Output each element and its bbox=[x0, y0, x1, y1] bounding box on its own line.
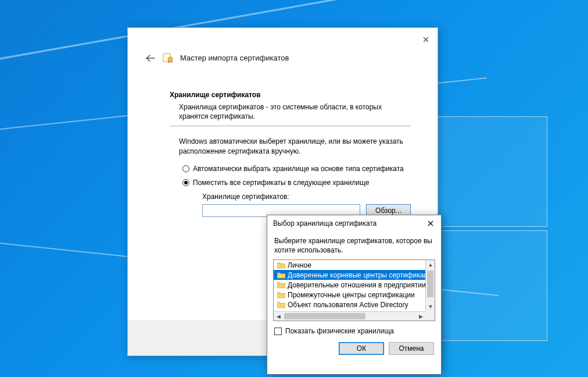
horizontal-scrollbar[interactable]: ◀ ▶ bbox=[274, 311, 425, 321]
radio-label: Поместить все сертификаты в следующее хр… bbox=[193, 179, 369, 187]
tree-item[interactable]: Доверенные корневые центры сертификации bbox=[274, 270, 425, 280]
scroll-corner bbox=[425, 311, 435, 321]
browse-button-label: Обзор... bbox=[375, 207, 401, 215]
tree-item[interactable]: Объект пользователя Active Directory bbox=[274, 300, 425, 310]
scroll-up-icon[interactable]: ▲ bbox=[426, 260, 435, 269]
close-icon[interactable] bbox=[419, 33, 433, 47]
selector-prompt: Выберите хранилище сертификатов, которое… bbox=[267, 232, 441, 259]
radio-icon bbox=[182, 165, 189, 172]
radio-place-all-in-store[interactable]: Поместить все сертификаты в следующее хр… bbox=[182, 179, 411, 187]
help-text: Windows автоматически выберет хранилище,… bbox=[179, 137, 411, 157]
checkbox-icon bbox=[274, 328, 282, 335]
radio-icon bbox=[182, 179, 189, 186]
svg-point-1 bbox=[168, 57, 173, 62]
wizard-titlebar bbox=[128, 28, 438, 49]
cancel-button[interactable]: Отмена bbox=[389, 342, 434, 355]
scroll-down-icon[interactable]: ▼ bbox=[426, 302, 435, 311]
radio-auto-select-store[interactable]: Автоматически выбрать хранилище на основ… bbox=[182, 165, 411, 173]
selector-title: Выбор хранилища сертификата bbox=[273, 219, 377, 227]
scroll-thumb[interactable] bbox=[427, 271, 433, 297]
certificate-icon bbox=[163, 52, 173, 63]
back-arrow-icon[interactable] bbox=[145, 53, 156, 62]
checkbox-label: Показать физические хранилища bbox=[285, 327, 394, 335]
show-physical-stores-checkbox[interactable]: Показать физические хранилища bbox=[274, 327, 434, 335]
section-description: Хранилища сертификатов - это системные о… bbox=[179, 102, 411, 121]
store-tree: ЛичноеДоверенные корневые центры сертифи… bbox=[273, 259, 435, 321]
tree-item-label: Личное bbox=[288, 261, 311, 269]
divider bbox=[170, 126, 411, 126]
scroll-right-icon[interactable]: ▶ bbox=[416, 312, 425, 321]
select-certificate-store-dialog: Выбор хранилища сертификата Выберите хра… bbox=[267, 215, 442, 375]
tree-item[interactable]: Промежуточные центры сертификации bbox=[274, 290, 425, 300]
cancel-button-label: Отмена bbox=[399, 344, 424, 353]
ok-button-label: ОК bbox=[357, 344, 366, 353]
tree-item-label: Промежуточные центры сертификации bbox=[288, 291, 415, 299]
selector-titlebar: Выбор хранилища сертификата bbox=[267, 215, 441, 232]
vertical-scrollbar[interactable]: ▲ ▼ bbox=[425, 260, 435, 311]
radio-label: Автоматически выбрать хранилище на основ… bbox=[193, 165, 404, 173]
scroll-left-icon[interactable]: ◀ bbox=[274, 312, 283, 321]
scroll-thumb[interactable] bbox=[284, 313, 365, 319]
tree-item[interactable]: Доверительные отношения в предприятии bbox=[274, 280, 425, 290]
tree-item-label: Доверительные отношения в предприятии bbox=[288, 281, 425, 289]
tree-item-label: Доверенные корневые центры сертификации bbox=[288, 271, 425, 279]
tree-item[interactable]: Личное bbox=[274, 260, 425, 270]
wizard-title: Мастер импорта сертификатов bbox=[180, 54, 289, 62]
section-title: Хранилище сертификатов bbox=[170, 91, 411, 99]
close-icon[interactable] bbox=[424, 218, 438, 229]
tree-item-label: Объект пользователя Active Directory bbox=[288, 301, 408, 309]
store-field-label: Хранилище сертификатов: bbox=[202, 193, 411, 201]
ok-button[interactable]: ОК bbox=[339, 342, 384, 355]
